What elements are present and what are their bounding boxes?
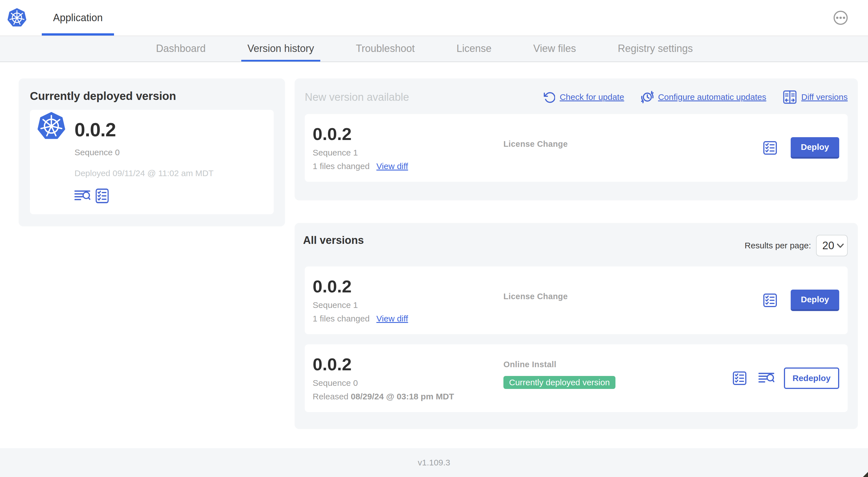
- all-versions-title: All versions: [303, 234, 364, 246]
- release-notes-icon[interactable]: [763, 141, 777, 155]
- nav-tab-troubleshoot[interactable]: Troubleshoot: [350, 36, 421, 62]
- currently-deployed-card: Currently deployed version 0.0.2 Sequenc…: [19, 79, 285, 226]
- version-number: 0.0.2: [313, 276, 503, 297]
- results-per-page-value: 20: [822, 240, 834, 252]
- release-notes-icon[interactable]: [733, 371, 747, 385]
- version-sequence: Sequence 1: [313, 148, 503, 157]
- results-per-page-label: Results per page:: [745, 241, 811, 250]
- files-changed-label: 1 files changed: [313, 161, 370, 171]
- configure-automatic-updates-label: Configure automatic updates: [658, 92, 767, 102]
- new-version-row: 0.0.2 Sequence 1 1 files changed View di…: [305, 114, 848, 182]
- new-version-title: New version available: [305, 91, 543, 103]
- deployed-version-card: 0.0.2 Sequence 0 Deployed 09/11/24 @ 11:…: [30, 110, 274, 214]
- deploy-button[interactable]: Deploy: [791, 137, 839, 159]
- version-number: 0.0.2: [313, 124, 503, 145]
- check-for-update-link[interactable]: Check for update: [543, 91, 624, 103]
- tab-application[interactable]: Application: [42, 0, 114, 35]
- results-per-page-control: Results per page: 20: [745, 235, 848, 256]
- deployed-sequence: Sequence 0: [74, 148, 214, 157]
- deploy-button[interactable]: Deploy: [791, 290, 839, 311]
- configure-automatic-updates-link[interactable]: Configure automatic updates: [641, 91, 767, 103]
- version-source: Online Install: [503, 360, 556, 369]
- currently-deployed-badge: Currently deployed version: [503, 376, 615, 389]
- version-row-sequence-1: 0.0.2 Sequence 1 1 files changed View di…: [305, 266, 848, 334]
- all-versions-section: All versions Results per page: 20 0.0.2: [294, 223, 858, 429]
- view-logs-icon[interactable]: [758, 372, 774, 384]
- view-diff-link[interactable]: View diff: [376, 314, 408, 324]
- nav-tab-dashboard[interactable]: Dashboard: [150, 36, 212, 62]
- clock-refresh-icon: [641, 91, 654, 103]
- currently-deployed-title: Currently deployed version: [30, 90, 274, 102]
- app-tab-label: Application: [53, 12, 103, 24]
- refresh-icon: [543, 91, 555, 103]
- version-sequence: Sequence 0: [313, 378, 503, 388]
- more-options-button[interactable]: [834, 11, 848, 25]
- check-for-update-label: Check for update: [560, 92, 624, 102]
- results-per-page-select[interactable]: 20: [816, 235, 848, 256]
- diff-versions-link[interactable]: Diff versions: [783, 90, 848, 104]
- version-source: License Change: [503, 140, 568, 149]
- console-version: v1.109.3: [417, 458, 450, 468]
- new-version-section: New version available Check for update C…: [294, 79, 858, 200]
- section-nav: Dashboard Version history Troubleshoot L…: [0, 36, 868, 62]
- redeploy-button[interactable]: Redeploy: [784, 367, 839, 389]
- view-logs-icon[interactable]: [74, 190, 90, 202]
- right-column: New version available Check for update C…: [294, 79, 858, 429]
- nav-tab-version-history[interactable]: Version history: [241, 36, 320, 62]
- kubernetes-logo-icon: [7, 8, 27, 27]
- diff-versions-label: Diff versions: [801, 92, 848, 102]
- nav-tab-license[interactable]: License: [451, 36, 498, 62]
- main-content: Currently deployed version 0.0.2 Sequenc…: [0, 62, 868, 429]
- released-date: 08/29/24 @ 03:18 pm MDT: [351, 392, 454, 401]
- app-header: Application: [0, 0, 868, 36]
- deployed-version-number: 0.0.2: [74, 117, 214, 143]
- release-notes-icon[interactable]: [95, 188, 109, 204]
- nav-tab-registry-settings[interactable]: Registry settings: [612, 36, 699, 62]
- diff-icon: [783, 90, 797, 104]
- nav-tab-view-files[interactable]: View files: [527, 36, 582, 62]
- released-label: Released: [313, 392, 348, 401]
- version-source: License Change: [503, 292, 568, 301]
- release-notes-icon[interactable]: [763, 293, 777, 307]
- version-number: 0.0.2: [313, 354, 503, 375]
- app-footer: v1.109.3: [0, 448, 868, 477]
- version-sequence: Sequence 1: [313, 300, 503, 310]
- kots-admin-console: Application Dashboard Version history Tr…: [0, 0, 868, 477]
- kubernetes-app-icon: [37, 112, 65, 140]
- view-diff-link[interactable]: View diff: [376, 161, 408, 171]
- chevron-down-icon: [836, 242, 844, 249]
- cursor-artifact: [863, 472, 868, 477]
- files-changed-label: 1 files changed: [313, 314, 370, 324]
- deployed-timestamp: Deployed 09/11/24 @ 11:02 am MDT: [74, 169, 214, 178]
- version-row-sequence-0: 0.0.2 Sequence 0 Released 08/29/24 @ 03:…: [305, 344, 848, 412]
